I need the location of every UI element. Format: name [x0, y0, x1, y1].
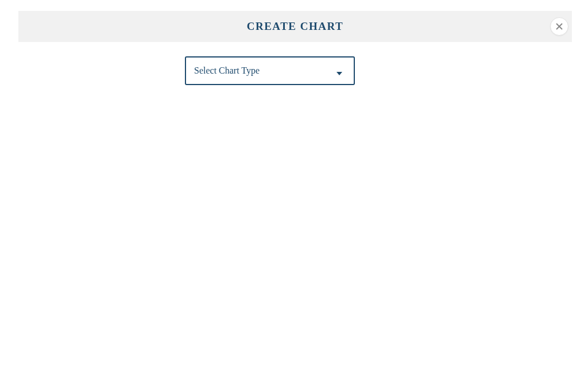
chart-type-select[interactable]: Select Chart Type [185, 56, 355, 85]
close-button[interactable] [550, 17, 568, 36]
caret-down-icon [336, 72, 342, 75]
modal-body: Select Chart Type [18, 42, 572, 85]
modal-header: CREATE CHART [18, 11, 572, 42]
close-icon [555, 22, 564, 31]
modal-title: CREATE CHART [247, 20, 343, 33]
select-placeholder: Select Chart Type [194, 66, 260, 76]
create-chart-modal: CREATE CHART Select Chart Type [18, 11, 572, 85]
